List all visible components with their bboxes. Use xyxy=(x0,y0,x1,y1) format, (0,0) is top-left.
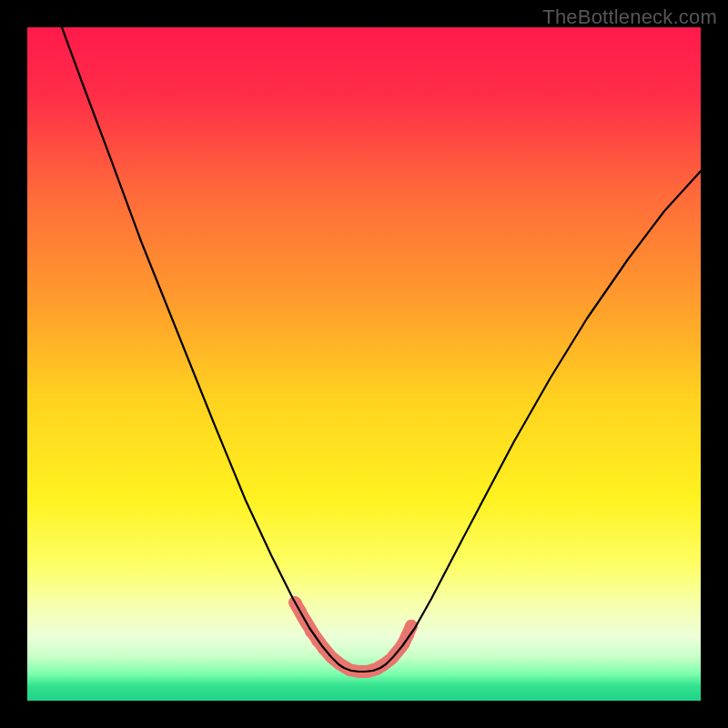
highlight-markers-left xyxy=(289,597,330,655)
chart-frame: TheBottleneck.com xyxy=(0,0,728,728)
plot-area xyxy=(27,27,701,701)
bottleneck-curve xyxy=(62,27,701,672)
watermark-text: TheBottleneck.com xyxy=(542,5,717,29)
highlight-markers-right xyxy=(397,620,418,651)
curve-layer xyxy=(27,27,701,701)
